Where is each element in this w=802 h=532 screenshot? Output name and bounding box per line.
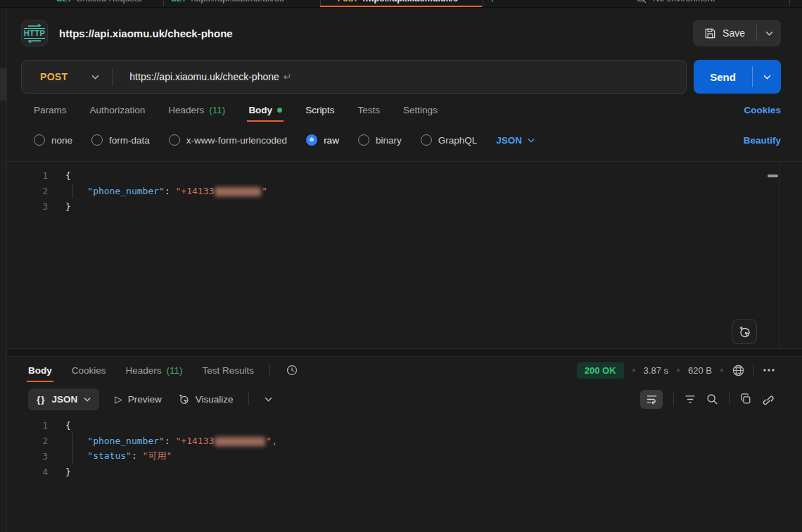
option-label: raw xyxy=(324,135,339,146)
response-body-editor[interactable]: 1 { 2 "phone_number": "+14133", 3 "statu… xyxy=(7,414,802,479)
visualize-button[interactable]: Visualize xyxy=(177,393,234,405)
response-more-options-button[interactable] xyxy=(763,368,775,372)
tab-label: Body xyxy=(28,365,52,376)
enter-hint-icon: ↵ xyxy=(284,71,292,82)
code-text: "status": "可用" xyxy=(65,450,172,462)
response-size[interactable]: 620 B xyxy=(688,365,712,376)
format-label: JSON xyxy=(52,394,78,405)
globe-icon xyxy=(732,364,745,377)
save-button-group: Save xyxy=(693,20,781,46)
raw-type-dropdown[interactable]: JSON xyxy=(496,135,535,146)
method-badge: POST xyxy=(338,0,358,3)
ellipsis-icon xyxy=(763,368,775,372)
code-text: { xyxy=(65,170,71,181)
method-selector[interactable]: POST xyxy=(22,71,112,82)
visualize-options-button[interactable] xyxy=(265,397,272,402)
response-history-button[interactable] xyxy=(286,364,298,376)
radio-selected-icon[interactable] xyxy=(306,134,317,146)
preview-button[interactable]: ▷ Preview xyxy=(115,393,161,405)
active-tab-underline xyxy=(247,120,284,122)
option-binary[interactable]: binary xyxy=(358,134,402,146)
code-line: 2 "phone_number": "+14133" xyxy=(7,183,802,198)
save-options-button[interactable] xyxy=(757,20,781,46)
tab-label: Headers xyxy=(126,365,162,376)
save-button[interactable]: Save xyxy=(693,20,756,46)
option-none[interactable]: none xyxy=(34,134,72,146)
response-format-dropdown[interactable]: {} JSON xyxy=(28,388,99,410)
url-input[interactable]: https://api.xiaomu.uk/check-phone↵ xyxy=(113,71,291,82)
code-line: 3 "status": "可用" xyxy=(7,448,802,464)
option-urlencoded[interactable]: x-www-form-urlencoded xyxy=(169,134,287,146)
redacted-phone-digits xyxy=(215,437,265,446)
tab-headers[interactable]: Headers (11) xyxy=(168,95,225,125)
app-tab-label: https://api.xiaomu.uk/ou xyxy=(191,0,284,4)
line-number: 2 xyxy=(7,436,48,446)
url-input-container: POST https://api.xiaomu.uk/check-phone↵ xyxy=(21,60,687,94)
app-tab-bar: GETUntitled Request GEThttps://api.xiaom… xyxy=(0,0,802,8)
cookies-link[interactable]: Cookies xyxy=(744,105,781,115)
code-text: "phone_number": "+14133" xyxy=(65,186,267,196)
network-info-button[interactable] xyxy=(732,364,745,377)
app-tab-active[interactable]: POSThttps://api.xiaomu.uk/c xyxy=(338,0,458,4)
response-tab-headers[interactable]: Headers (11) xyxy=(126,357,183,384)
line-number: 4 xyxy=(7,467,48,477)
option-label: x-www-form-urlencoded xyxy=(186,135,287,146)
option-label: binary xyxy=(376,135,402,146)
collapsed-sidebar[interactable] xyxy=(0,8,7,532)
request-body-editor[interactable]: 1 { 2 "phone_number": "+14133" 3 } xyxy=(7,161,802,348)
copy-button[interactable] xyxy=(740,393,751,405)
response-tab-cookies[interactable]: Cookies xyxy=(72,357,106,384)
line-number: 3 xyxy=(7,201,48,212)
link-button[interactable] xyxy=(762,393,774,405)
tab-scripts[interactable]: Scripts xyxy=(305,95,334,125)
send-button-group: Send xyxy=(694,60,781,94)
environment-selector[interactable]: No environment xyxy=(637,0,715,4)
code-text: "phone_number": "+14133", xyxy=(65,436,277,446)
copy-icon xyxy=(740,393,751,405)
option-graphql[interactable]: GraphQL xyxy=(421,134,478,146)
radio-icon[interactable] xyxy=(91,134,103,146)
method-label: POST xyxy=(40,71,68,82)
add-tab-button[interactable]: + xyxy=(490,0,495,5)
tab-body[interactable]: Body xyxy=(248,95,282,125)
request-tabs: Params Authorization Headers (11) Body S… xyxy=(7,95,802,125)
tab-authorization[interactable]: Authorization xyxy=(90,95,146,125)
dot-separator xyxy=(720,369,723,372)
search-button[interactable] xyxy=(706,393,718,405)
radio-icon[interactable] xyxy=(421,134,432,146)
radio-icon[interactable] xyxy=(358,134,369,146)
response-time[interactable]: 3.87 s xyxy=(644,365,668,376)
sidebar-handle[interactable] xyxy=(0,68,6,101)
chevron-down-icon xyxy=(84,397,91,402)
option-form-data[interactable]: form-data xyxy=(91,134,150,146)
play-icon: ▷ xyxy=(115,393,122,405)
option-raw[interactable]: raw xyxy=(306,134,339,146)
word-wrap-icon xyxy=(646,394,658,405)
radio-icon[interactable] xyxy=(169,134,180,146)
status-badge[interactable]: 200 OK xyxy=(577,362,624,379)
pane-divider[interactable] xyxy=(7,348,802,357)
app-tab-request2[interactable]: GEThttps://api.xiaomu.uk/ou xyxy=(171,0,284,4)
app-tab-label: Untitled Request xyxy=(77,0,141,4)
scrollbar-thumb[interactable] xyxy=(768,175,778,177)
raw-type-label: JSON xyxy=(496,135,522,146)
chevron-down-icon xyxy=(91,75,99,80)
response-tab-body[interactable]: Body xyxy=(28,357,52,384)
app-tab-untitled[interactable]: GETUntitled Request xyxy=(56,0,141,4)
code-line: 1 { xyxy=(7,167,802,183)
tab-tests[interactable]: Tests xyxy=(357,95,380,125)
send-options-button[interactable] xyxy=(753,60,781,94)
response-tab-test-results[interactable]: Test Results xyxy=(203,357,255,384)
chevron-down-icon xyxy=(265,397,272,402)
body-modified-dot xyxy=(277,108,282,113)
beautify-link[interactable]: Beautify xyxy=(744,135,781,146)
word-wrap-button[interactable] xyxy=(640,390,663,409)
postbot-button[interactable] xyxy=(732,319,757,344)
tab-settings[interactable]: Settings xyxy=(403,95,438,125)
radio-icon[interactable] xyxy=(34,134,45,146)
tab-params[interactable]: Params xyxy=(34,95,67,125)
filter-button[interactable] xyxy=(685,395,696,404)
send-button[interactable]: Send xyxy=(694,71,752,83)
http-badge-label: HTTP xyxy=(24,28,46,39)
code-line: 2 "phone_number": "+14133", xyxy=(7,433,802,448)
